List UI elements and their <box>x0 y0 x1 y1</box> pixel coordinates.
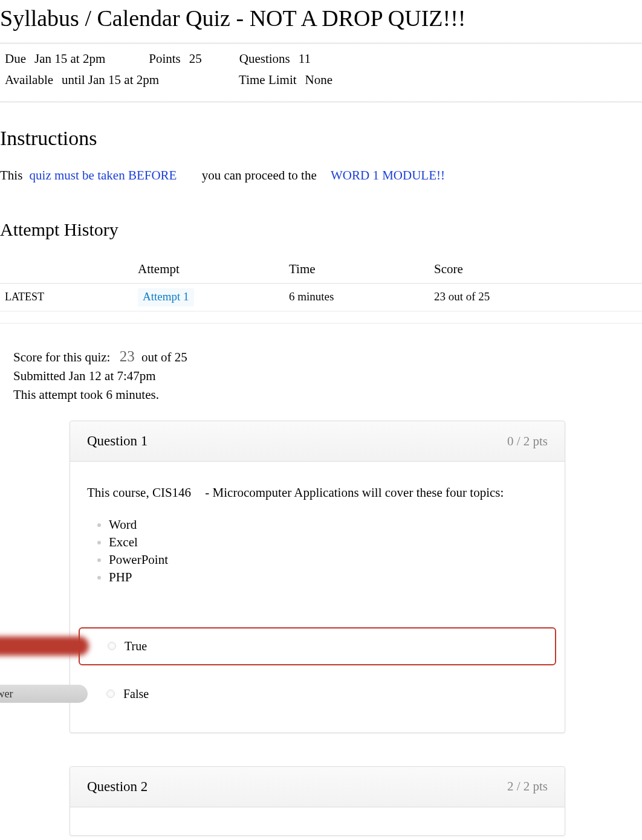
score-value: 23 <box>120 348 135 364</box>
timelimit-value: None <box>305 73 333 88</box>
points-value: 25 <box>189 51 202 66</box>
list-item: Excel <box>109 535 548 550</box>
instructions-heading: Instructions <box>0 103 642 168</box>
due-label: Due <box>5 51 26 66</box>
instr-part1: This <box>0 168 22 183</box>
instr-blue1: quiz must be taken BEFORE <box>30 168 177 183</box>
attempt-score: 23 out of 25 <box>429 283 642 311</box>
list-item: PHP <box>109 570 548 585</box>
submitted-line: Submitted Jan 12 at 7:47pm <box>13 369 642 384</box>
answer-true: True <box>79 627 556 665</box>
question-card-2: Question 2 2 / 2 pts <box>70 766 565 836</box>
answer-false: orrect Answer False <box>79 676 556 712</box>
available-label: Available <box>5 73 53 88</box>
question-title: Question 2 <box>87 779 148 795</box>
col-score: Score <box>429 254 642 283</box>
list-item: Word <box>109 517 548 532</box>
instr-part2: you can proceed to the <box>202 168 317 183</box>
questions-label: Questions <box>239 51 290 66</box>
due-value: Jan 15 at 2pm <box>34 51 105 66</box>
question-title: Question 1 <box>87 433 148 449</box>
col-time: Time <box>284 254 429 283</box>
points-label: Points <box>149 51 181 66</box>
radio-icon <box>108 642 116 650</box>
question-card-1: Question 1 0 / 2 pts This course, CIS146… <box>70 421 565 733</box>
radio-icon <box>106 690 115 698</box>
attempt-history-table: Attempt Time Score LATEST Attempt 1 6 mi… <box>0 254 642 311</box>
instruction-text: This quiz must be taken BEFORE you can p… <box>0 168 642 213</box>
duration-line: This attempt took 6 minutes. <box>13 387 642 402</box>
q1-text1: This course, CIS146 <box>87 485 191 500</box>
topic-list: Word Excel PowerPoint PHP <box>87 517 548 585</box>
col-status <box>0 254 133 283</box>
instr-blue2: WORD 1 MODULE!! <box>331 168 445 183</box>
q1-text2: - Microcomputer Applications will cover … <box>205 485 504 500</box>
attempt-history-heading: Attempt History <box>0 213 642 254</box>
table-row: LATEST Attempt 1 6 minutes 23 out of 25 <box>0 283 642 311</box>
available-value: until Jan 15 at 2pm <box>62 73 159 88</box>
score-summary: Score for this quiz: 23 out of 25 Submit… <box>0 324 642 402</box>
score-suffix: out of 25 <box>141 350 187 364</box>
page-title: Syllabus / Calendar Quiz - NOT A DROP QU… <box>0 0 642 42</box>
list-item: PowerPoint <box>109 552 548 567</box>
timelimit-label: Time Limit <box>239 73 297 88</box>
score-label: Score for this quiz: <box>13 350 110 364</box>
you-answered-indicator <box>0 636 89 656</box>
latest-badge: LATEST <box>5 291 44 303</box>
attempt-link[interactable]: Attempt 1 <box>138 288 194 306</box>
question-pts: 2 / 2 pts <box>507 779 548 794</box>
questions-value: 11 <box>299 51 311 66</box>
question-text: This course, CIS146 - Microcomputer Appl… <box>87 483 548 503</box>
attempt-time: 6 minutes <box>284 283 429 311</box>
col-attempt: Attempt <box>133 254 284 283</box>
quiz-meta: Due Jan 15 at 2pm Points 25 Questions 11… <box>0 44 642 101</box>
answer-text: True <box>125 639 147 653</box>
answer-text: False <box>123 687 149 701</box>
correct-answer-indicator: orrect Answer <box>0 685 88 703</box>
question-pts: 0 / 2 pts <box>507 434 548 449</box>
